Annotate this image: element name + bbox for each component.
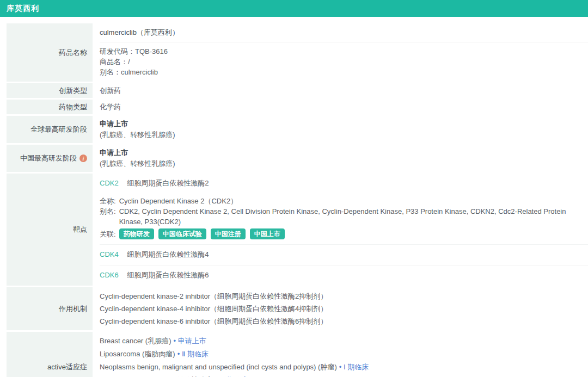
field-value: Cyclin-dependent kinase-2 inhibitor（细胞周期… [93,287,588,330]
field-value: CDK2 细胞周期蛋白依赖性激酶2 全称: Cyclin Dependent K… [93,174,588,286]
field-label: active适应症 [7,332,93,377]
target-name: 细胞周期蛋白依赖性激酶6 [127,271,209,279]
indication-line: Breast cancer (乳腺癌)• 申请上市 [100,335,588,348]
relation-label: 关联: [100,229,116,239]
target-item-cdk4: CDK4 细胞周期蛋白依赖性激酶4 [100,245,588,265]
full-name-value: Cyclin Dependent Kinase 2（CDK2） [119,196,238,206]
target-item-cdk2: CDK2 细胞周期蛋白依赖性激酶2 全称: Cyclin Dependent K… [100,174,588,245]
field-row-drug-name: 药品名称 culmerciclib（库莫西利） 研发代码：TQB-3616 商品… [7,23,588,82]
target-name: 细胞周期蛋白依赖性激酶2 [127,179,209,187]
stage-value: 申请上市 [100,119,588,129]
indication-status: Ⅰ 期临床 [344,363,369,371]
target-head: CDK6 细胞周期蛋白依赖性激酶6 [100,270,588,281]
field-value: 化学药 [93,100,588,114]
target-relation-row: 关联: 药物研发 中国临床试验 中国注册 中国上市 [100,228,588,239]
field-label: 靶点 [7,174,93,286]
indication-line: Liposarcoma (脂肪肉瘤)• Ⅱ 期临床 [100,348,588,361]
field-value: 申请上市 (乳腺癌、转移性乳腺癌) [93,145,588,172]
stage-indications: (乳腺癌、转移性乳腺癌) [100,158,588,169]
rd-code-line: 研发代码：TQB-3616 [100,46,588,57]
trade-name-line: 商品名：/ [100,57,588,67]
relation-tag-drug-rd[interactable]: 药物研发 [119,228,154,239]
field-value: 申请上市 (乳腺癌、转移性乳腺癌) [93,116,588,143]
indication-name: Neoplasms benign, malignant and unspecif… [100,363,337,371]
field-label: 全球最高研发阶段 [7,116,93,143]
drug-display-name: culmerciclib（库莫西利） [100,23,588,42]
mechanism-line: Cyclin-dependent kinase-6 inhibitor（细胞周期… [100,315,588,327]
field-label: 药品名称 [7,23,93,82]
stage-value: 申请上市 [100,147,588,158]
field-row-targets: 靶点 CDK2 细胞周期蛋白依赖性激酶2 全称: Cyclin Dependen… [7,174,588,286]
indication-name: Breast cancer (乳腺癌) [100,337,171,345]
alias-label: 别名: [100,206,116,217]
target-link-cdk2[interactable]: CDK2 [100,179,119,187]
indication-status: Ⅱ 期临床 [182,350,209,358]
field-row-innovation-type: 创新类型 创新药 [7,83,588,98]
drug-detail-table: 药品名称 culmerciclib（库莫西利） 研发代码：TQB-3616 商品… [0,23,588,377]
indication-status: 申请上市 [178,337,206,345]
target-link-cdk6[interactable]: CDK6 [100,271,119,279]
mechanism-line: Cyclin-dependent kinase-4 inhibitor（细胞周期… [100,302,588,315]
alias-value: CDK2, Cyclin Dependent Kinase 2, Cell Di… [119,206,588,227]
field-value: Breast cancer (乳腺癌)• 申请上市 Liposarcoma (脂… [93,332,588,377]
field-label: 药物类型 [7,100,93,114]
indication-line: Lung cancer metastatic (转移性肺癌)• Ⅱ 期临床 [100,374,588,377]
indication-line: Neoplasms benign, malignant and unspecif… [100,361,588,374]
target-detail: 全称: Cyclin Dependent Kinase 2（CDK2） 别名: … [100,196,588,239]
target-name: 细胞周期蛋白依赖性激酶4 [127,250,209,258]
target-full-name-row: 全称: Cyclin Dependent Kinase 2（CDK2） [100,196,588,206]
target-alias-row: 别名: CDK2, Cyclin Dependent Kinase 2, Cel… [100,206,588,227]
relation-tag-china-clinical-trial[interactable]: 中国临床试验 [158,228,206,239]
stage-indications: (乳腺癌、转移性乳腺癌) [100,129,588,140]
page-header: 库莫西利 [0,0,588,17]
bullet-separator: • [173,337,176,345]
field-row-global-stage: 全球最高研发阶段 申请上市 (乳腺癌、转移性乳腺癌) [7,116,588,143]
bullet-separator: • [177,350,180,358]
full-name-label: 全称: [100,196,116,206]
field-row-mechanism: 作用机制 Cyclin-dependent kinase-2 inhibitor… [7,287,588,330]
alias-line: 别名：culmerciclib [100,67,588,77]
relation-tag-china-listed[interactable]: 中国上市 [250,228,285,239]
field-value: 创新药 [93,83,588,98]
field-row-active-indications: active适应症 Breast cancer (乳腺癌)• 申请上市 Lipo… [7,332,588,377]
indication-name: Liposarcoma (脂肪肉瘤) [100,350,175,358]
bullet-separator: • [339,363,342,371]
page-title: 库莫西利 [7,4,39,14]
target-link-cdk4[interactable]: CDK4 [100,250,119,258]
target-head: CDK4 细胞周期蛋白依赖性激酶4 [100,249,588,260]
field-row-china-stage: 中国最高研发阶段 i 申请上市 (乳腺癌、转移性乳腺癌) [7,145,588,172]
target-item-cdk6: CDK6 细胞周期蛋白依赖性激酶6 [100,265,588,286]
drug-name-details: 研发代码：TQB-3616 商品名：/ 别名：culmerciclib [100,42,588,82]
indication-status-link[interactable]: • 申请上市 [173,337,206,345]
field-label-text: 中国最高研发阶段 [20,153,77,163]
target-head: CDK2 细胞周期蛋白依赖性激酶2 [100,178,588,189]
relation-tag-china-registration[interactable]: 中国注册 [211,228,246,239]
field-row-drug-type: 药物类型 化学药 [7,100,588,114]
field-value: culmerciclib（库莫西利） 研发代码：TQB-3616 商品名：/ 别… [93,23,588,82]
indication-status-link[interactable]: • Ⅰ 期临床 [339,363,369,371]
field-label: 作用机制 [7,287,93,330]
mechanism-line: Cyclin-dependent kinase-2 inhibitor（细胞周期… [100,290,588,302]
field-label: 中国最高研发阶段 i [7,145,93,172]
info-icon[interactable]: i [79,154,87,162]
field-label: 创新类型 [7,83,93,98]
indication-status-link[interactable]: • Ⅱ 期临床 [177,350,209,358]
